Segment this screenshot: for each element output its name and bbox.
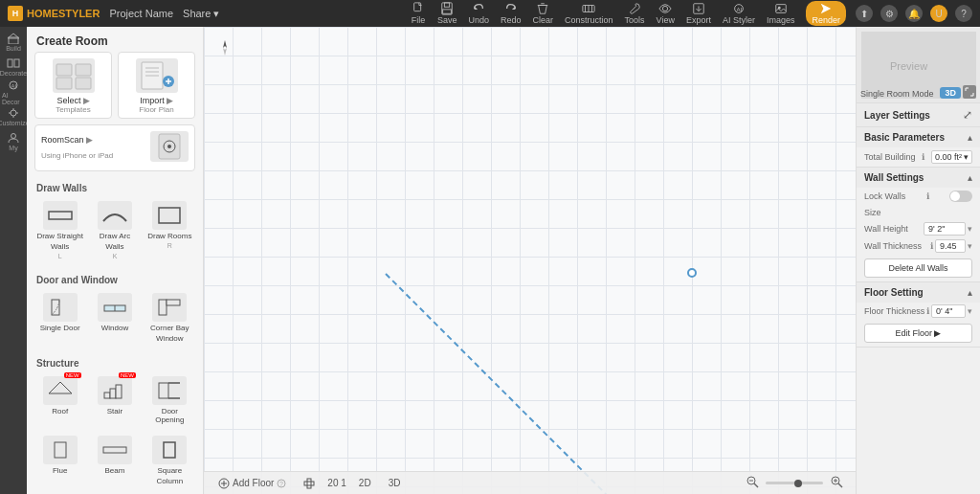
- tool-undo[interactable]: Undo: [468, 2, 489, 25]
- notifications-icon[interactable]: 🔔: [905, 5, 923, 22]
- svg-marker-51: [49, 382, 72, 393]
- tool-draw-rooms[interactable]: Draw Rooms R: [145, 197, 195, 263]
- wall-height-input[interactable]: [924, 222, 966, 236]
- tool-straight-walls[interactable]: Draw Straight Walls L: [34, 197, 85, 263]
- zoom-controls: [743, 475, 846, 491]
- preview-expand-icon[interactable]: [963, 85, 976, 99]
- lock-walls-toggle[interactable]: [949, 191, 972, 202]
- tool-export[interactable]: Export: [686, 2, 711, 25]
- wall-thickness-input[interactable]: [935, 239, 966, 253]
- layer-settings-header[interactable]: Layer Settings ⤢: [857, 103, 980, 126]
- add-floor-button[interactable]: Add Floor ?: [213, 476, 291, 491]
- wall-height-row: Wall Height ▾: [857, 220, 980, 237]
- wall-settings-toggle-icon[interactable]: ▴: [968, 172, 972, 183]
- import-floorplan-card[interactable]: Import ▶ Floor Plan: [118, 52, 195, 119]
- edit-floor-button[interactable]: Edit Floor ▶: [864, 324, 972, 343]
- help-icon[interactable]: ?: [955, 5, 972, 22]
- tool-render[interactable]: Render: [806, 1, 846, 26]
- tool-file[interactable]: File: [411, 2, 426, 25]
- svg-rect-52: [104, 393, 110, 398]
- sidebar-item-ai-decor[interactable]: AI AI Decor: [2, 80, 25, 103]
- svg-point-24: [11, 110, 16, 116]
- size-label: Size: [864, 208, 881, 217]
- total-building-dropdown[interactable]: 0.00 ft² ▾: [931, 150, 972, 164]
- wall-thickness-row: Wall Thickness ℹ ▾: [857, 237, 980, 255]
- canvas-area[interactable]: Add Floor ? 20 1 2D 3D: [204, 27, 856, 494]
- svg-rect-55: [159, 383, 168, 398]
- tool-square-column[interactable]: Square Column: [145, 432, 195, 489]
- share-button[interactable]: Share ▾: [183, 8, 219, 20]
- tool-flue[interactable]: Flue: [34, 432, 85, 489]
- import-label: Import: [140, 96, 165, 105]
- tool-images[interactable]: Images: [767, 2, 795, 25]
- sidebar-item-build[interactable]: Build: [2, 31, 25, 54]
- tool-door-opening[interactable]: Door Opening: [145, 372, 195, 428]
- svg-rect-60: [164, 442, 175, 458]
- floor-setting-header[interactable]: Floor Setting ▴: [857, 282, 980, 303]
- zoom-in-btn[interactable]: [827, 475, 846, 491]
- draw-walls-section: Draw Walls Draw Straight Walls L Draw Ar…: [27, 179, 203, 271]
- svg-rect-58: [55, 442, 66, 458]
- zoom-slider[interactable]: [766, 482, 823, 484]
- tool-beam[interactable]: Beam: [89, 432, 140, 489]
- zoom-out-btn[interactable]: [743, 475, 762, 491]
- user-avatar[interactable]: U: [930, 5, 947, 22]
- zoom-slider-thumb[interactable]: [794, 480, 802, 487]
- basic-parameters-title: Basic Parameters: [864, 132, 945, 143]
- tool-save[interactable]: Save: [437, 2, 457, 25]
- svg-point-43: [167, 145, 171, 148]
- canvas-bottom-bar: Add Floor ? 20 1 2D 3D: [204, 471, 856, 494]
- project-name[interactable]: Project Name: [109, 8, 173, 19]
- total-building-row: Total Building ℹ 0.00 ft² ▾: [857, 147, 980, 167]
- floor-setting-toggle-icon[interactable]: ▴: [968, 287, 972, 298]
- svg-rect-54: [116, 385, 122, 398]
- layer-settings-expand-icon[interactable]: ⤢: [963, 108, 972, 122]
- main-layout: Build Decorate AI AI Decor Customize My: [0, 27, 980, 494]
- sidebar-item-customize[interactable]: Customize: [2, 105, 25, 128]
- svg-rect-33: [76, 78, 91, 89]
- wall-settings-header[interactable]: Wall Settings ▴: [857, 168, 980, 188]
- svg-rect-30: [56, 64, 72, 76]
- canvas-dot: [687, 268, 697, 278]
- tool-single-door[interactable]: Single Door: [34, 289, 85, 347]
- view-2d-btn[interactable]: 2D: [354, 476, 376, 490]
- tool-stair[interactable]: NEW Stair: [89, 372, 140, 428]
- straight-walls-icon: [43, 201, 78, 230]
- tool-window[interactable]: Window: [89, 289, 140, 347]
- floor-setting-title: Floor Setting: [864, 287, 924, 298]
- tool-clear[interactable]: Clear: [533, 2, 554, 25]
- panel-templates-section: Select ▶ Templates: [27, 52, 203, 179]
- svg-line-81: [754, 483, 758, 487]
- tool-roof[interactable]: NEW Roof: [34, 372, 85, 428]
- top-bar-user-icons: ⬆ ⚙ 🔔 U ?: [856, 5, 972, 22]
- draw-walls-tools: Draw Straight Walls L Draw Arc Walls K: [34, 197, 195, 263]
- view-3d-btn[interactable]: 3D: [384, 476, 406, 490]
- settings-icon[interactable]: ⚙: [880, 5, 898, 22]
- floor-thickness-input[interactable]: [931, 304, 966, 318]
- arc-walls-label: Draw Arc: [100, 232, 130, 240]
- svg-rect-79: [307, 479, 311, 488]
- select-templates-card[interactable]: Select ▶ Templates: [34, 52, 112, 119]
- tool-ai-styler[interactable]: AI AI Styler: [723, 2, 755, 25]
- tool-redo[interactable]: Redo: [501, 2, 522, 25]
- tool-corner-bay[interactable]: Corner Bay Window: [145, 289, 195, 347]
- canvas-tool-btn[interactable]: [299, 476, 320, 491]
- preview-3d-button[interactable]: 3D: [940, 87, 961, 99]
- total-building-value: 0.00 ft²: [935, 152, 962, 162]
- tool-view[interactable]: View: [657, 2, 675, 25]
- tool-construction[interactable]: Construction: [565, 2, 613, 25]
- app-logo[interactable]: H HOMESTYLER: [8, 6, 100, 21]
- window-icon: [98, 293, 132, 322]
- wall-thickness-label: Wall Thickness: [864, 241, 922, 251]
- sidebar-item-my[interactable]: My: [2, 130, 25, 153]
- share-icon[interactable]: ⬆: [856, 5, 873, 22]
- draw-rooms-icon: [152, 201, 187, 230]
- sidebar-item-decorate[interactable]: Decorate: [2, 56, 25, 79]
- roomscan-card[interactable]: RoomScan ▶ Using iPhone or iPad: [34, 124, 195, 171]
- delete-all-walls-button[interactable]: Delete All Walls: [864, 258, 972, 278]
- basic-parameters-header[interactable]: Basic Parameters ▴: [857, 127, 980, 147]
- basic-parameters-toggle-icon[interactable]: ▴: [968, 132, 972, 143]
- tool-tools[interactable]: Tools: [625, 2, 645, 25]
- tool-arc-walls[interactable]: Draw Arc Walls K: [89, 197, 140, 263]
- svg-rect-32: [56, 78, 72, 89]
